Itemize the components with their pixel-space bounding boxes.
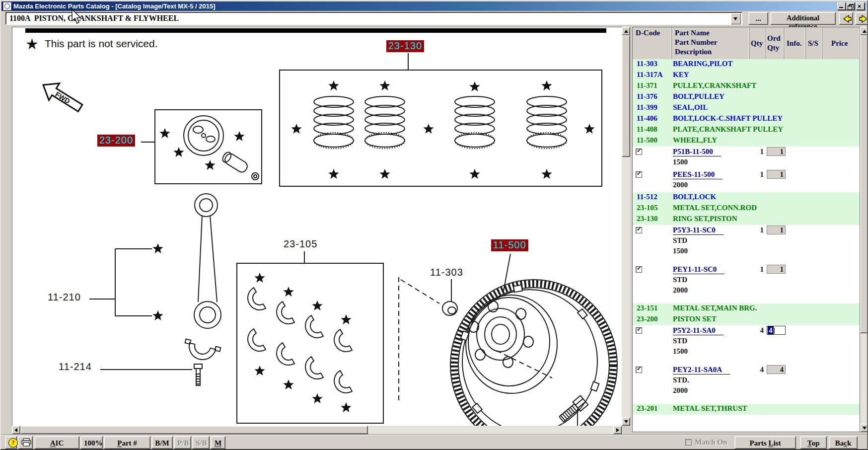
part-number-button[interactable]: Part # — [104, 436, 150, 449]
ord-qty-input[interactable]: 1 — [767, 147, 786, 156]
catalog-diagram-panel: FWD — [12, 27, 623, 427]
match-on-label: Match On — [695, 438, 727, 447]
description-text: STD — [673, 236, 687, 245]
row-checkbox[interactable]: ✓ — [636, 149, 642, 155]
m-button[interactable]: M — [211, 436, 225, 449]
scroll-up-button[interactable] — [860, 27, 868, 35]
print-button[interactable] — [18, 436, 33, 449]
table-row: 11-371PULLEY,CRANKSHAFT — [633, 81, 860, 92]
zoom-level-button[interactable]: 100% — [80, 436, 103, 449]
dcode-text[interactable]: 11-371 — [637, 81, 671, 90]
next-page-button[interactable] — [855, 12, 868, 25]
row-checkbox[interactable]: ✓ — [636, 367, 642, 373]
qty-value: 1 — [747, 226, 764, 234]
diagram-vertical-scrollbar[interactable] — [622, 27, 630, 426]
part-name-text[interactable]: PLATE,CRANKSHAFT PULLEY — [673, 125, 783, 134]
section-combobox[interactable]: 1100A PISTON, CRANKSHAFT & FLYWHEEL — [5, 12, 742, 25]
diagram-horizontal-scrollbar[interactable] — [12, 426, 622, 434]
minimize-button[interactable] — [837, 2, 846, 10]
part-number-link[interactable]: P5Y2-11-SA0 — [673, 326, 723, 335]
ord-qty-input[interactable]: 4 — [767, 365, 786, 374]
part-name-text[interactable]: PISTON SET — [673, 315, 717, 323]
header-price: Price — [822, 27, 860, 59]
back-button[interactable]: Back — [829, 436, 858, 449]
table-row: 11-317AKEY — [633, 70, 860, 81]
part-name-text[interactable]: WHEEL,FLY — [673, 136, 717, 145]
dcode-text[interactable]: 11-399 — [637, 103, 671, 112]
restore-button[interactable] — [846, 2, 855, 10]
combobox-dropdown-button[interactable] — [731, 13, 741, 24]
scroll-down-button[interactable] — [860, 424, 868, 432]
scrollbar-thumb[interactable] — [622, 35, 630, 157]
row-checkbox[interactable]: ✓ — [636, 327, 642, 334]
check-icon: ✓ — [637, 170, 642, 177]
scroll-down-button[interactable] — [622, 417, 630, 426]
dcode-text[interactable]: 23-130 — [637, 215, 671, 223]
close-icon: × — [858, 3, 861, 10]
part-name-text[interactable]: SEAL,OIL — [673, 103, 708, 112]
part-name-text[interactable]: METAL SET,MAIN BRG. — [673, 304, 757, 312]
dcode-text[interactable]: 11-512 — [637, 193, 671, 201]
bm-button[interactable]: B/M — [151, 436, 173, 449]
dcode-text[interactable]: 11-317A — [637, 71, 671, 79]
callout-23-200[interactable]: 23-200 — [97, 135, 135, 147]
browse-button[interactable]: ... — [748, 12, 768, 25]
parts-list-button[interactable]: Parts List — [734, 436, 796, 449]
row-checkbox[interactable]: ✓ — [636, 227, 642, 233]
dcode-text[interactable]: 11-406 — [637, 114, 671, 123]
dcode-text[interactable]: 11-500 — [637, 136, 671, 145]
ord-qty-input[interactable]: 1 — [767, 170, 786, 179]
scrollbar-thumb[interactable] — [20, 426, 368, 434]
check-icon: ✓ — [637, 147, 642, 154]
callout-11-303[interactable]: 11-303 — [430, 267, 463, 278]
part-number-link[interactable]: PEES-11-500 — [673, 170, 723, 179]
dcode-text[interactable]: 11-376 — [637, 92, 671, 101]
pilot-bearing-illustration — [442, 301, 457, 315]
callout-23-105[interactable]: 23-105 — [284, 238, 317, 250]
dcode-text[interactable]: 23-105 — [637, 204, 671, 212]
scroll-right-button[interactable] — [613, 426, 622, 434]
part-number-link[interactable]: P51B-11-500 — [673, 148, 721, 156]
part-number-link[interactable]: PEY2-11-SA0A — [673, 366, 730, 375]
scroll-up-button[interactable] — [622, 27, 630, 35]
not-serviced-star-icon: ★ — [25, 36, 39, 52]
ord-qty-input[interactable]: 1 — [767, 265, 786, 274]
row-checkbox[interactable]: ✓ — [636, 171, 642, 178]
ord-qty-input[interactable]: 1 — [767, 225, 786, 234]
parts-table-header: D-Code Part Name Part Number Description… — [633, 27, 860, 60]
parts-table-rows: 11-303BEARING,PILOT11-317AKEY11-371PULLE… — [633, 59, 860, 432]
part-name-text[interactable]: BEARING,PILOT — [673, 60, 732, 68]
aic-button[interactable]: AIC — [34, 436, 79, 449]
callout-11-210[interactable]: 11-210 — [48, 292, 81, 303]
close-button[interactable]: × — [856, 2, 865, 10]
part-number-link[interactable]: PEY1-11-SC0 — [673, 265, 724, 274]
part-name-text[interactable]: METAL SET,THRUST — [673, 404, 747, 413]
dcode-text[interactable]: 23-201 — [637, 404, 671, 413]
scrollbar-thumb[interactable] — [860, 35, 868, 333]
callout-23-130[interactable]: 23-130 — [386, 40, 424, 52]
dcode-text[interactable]: 23-200 — [637, 315, 671, 323]
part-name-text[interactable]: RING SET,PISTON — [673, 215, 737, 223]
table-vertical-scrollbar[interactable] — [860, 27, 868, 432]
part-name-text[interactable]: KEY — [673, 71, 689, 79]
part-name-text[interactable]: PULLEY,CRANKSHAFT — [673, 81, 756, 90]
dcode-text[interactable]: 11-303 — [637, 60, 671, 68]
part-name-text[interactable]: BOLT,LOCK-C.SHAFT PULLEY — [673, 114, 783, 123]
top-button[interactable]: Top — [800, 436, 827, 449]
callout-11-214[interactable]: 11-214 — [59, 361, 92, 373]
part-name-text[interactable]: METAL SET,CONN.ROD — [673, 204, 757, 212]
dcode-text[interactable]: 23-151 — [637, 304, 671, 312]
print-icon — [21, 438, 31, 447]
part-name-text[interactable]: BOLT,PULLEY — [673, 92, 724, 101]
help-button[interactable]: ? — [5, 436, 17, 449]
ord-qty-input[interactable]: 4 — [767, 326, 786, 335]
previous-page-button[interactable] — [839, 12, 853, 25]
match-on-checkbox[interactable] — [685, 439, 692, 446]
callout-11-500[interactable]: 11-500 — [491, 239, 528, 251]
scroll-left-button[interactable] — [12, 426, 20, 434]
row-checkbox[interactable]: ✓ — [636, 266, 642, 273]
part-number-link[interactable]: P5Y3-11-SC0 — [673, 226, 723, 235]
additional-reference-button[interactable]: Additional reference — [770, 12, 836, 25]
part-name-text[interactable]: BOLT,LOCK — [673, 193, 716, 201]
dcode-text[interactable]: 11-408 — [637, 125, 671, 134]
